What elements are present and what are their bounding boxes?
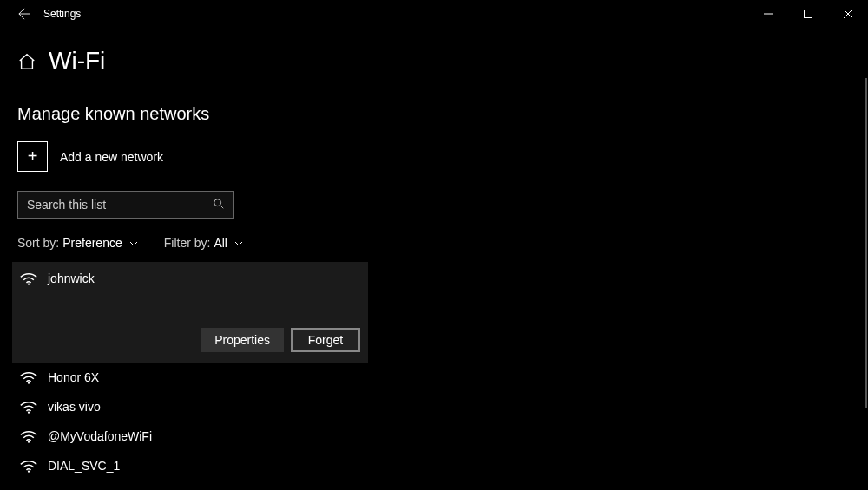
network-item-selected[interactable]: johnwick Properties Forget: [12, 262, 368, 363]
svg-line-5: [220, 205, 224, 208]
minimize-button[interactable]: [748, 0, 788, 28]
wifi-icon: [20, 271, 37, 286]
network-item[interactable]: Honor 6X: [12, 363, 851, 392]
sort-value: Preference: [62, 236, 122, 250]
wifi-icon: [20, 458, 37, 474]
network-item[interactable]: DIAL_SVC_1: [12, 451, 851, 480]
forget-button[interactable]: Forget: [291, 328, 360, 352]
network-name: johnwick: [48, 271, 95, 285]
sort-by-dropdown[interactable]: Sort by: Preference: [17, 236, 138, 250]
wifi-icon: [20, 369, 37, 385]
network-name: vikas vivo: [48, 400, 101, 414]
scrollbar[interactable]: [865, 78, 867, 408]
maximize-button[interactable]: [788, 0, 828, 28]
sort-label: Sort by:: [17, 236, 59, 250]
search-input[interactable]: [27, 198, 225, 212]
wifi-icon: [20, 428, 37, 444]
network-item[interactable]: @MyVodafoneWiFi: [12, 421, 851, 451]
network-name: DIAL_SVC_1: [48, 459, 120, 473]
search-icon: [213, 198, 225, 212]
minimize-icon: [764, 10, 773, 18]
network-list: johnwick Properties Forget Honor 6X: [12, 262, 851, 480]
filter-label: Filter by:: [164, 236, 211, 250]
svg-point-10: [28, 471, 30, 473]
svg-point-7: [28, 382, 30, 384]
search-box[interactable]: [17, 191, 234, 219]
svg-point-6: [28, 284, 30, 285]
chevron-down-icon: [234, 238, 243, 248]
back-button[interactable]: [7, 0, 42, 28]
add-network-button[interactable]: + Add a new network: [17, 141, 851, 172]
back-arrow-icon: [18, 8, 30, 20]
close-icon: [844, 10, 852, 18]
filter-by-dropdown[interactable]: Filter by: All: [164, 236, 243, 250]
maximize-icon: [804, 10, 812, 18]
network-item[interactable]: vikas vivo: [12, 392, 851, 421]
filter-value: All: [214, 236, 227, 250]
page-title: Wi-Fi: [49, 47, 105, 75]
svg-point-8: [28, 412, 30, 414]
home-icon[interactable]: [17, 52, 36, 71]
svg-rect-1: [805, 10, 812, 18]
close-button[interactable]: [828, 0, 868, 28]
network-name: Honor 6X: [48, 370, 99, 384]
chevron-down-icon: [129, 238, 138, 248]
app-title: Settings: [43, 8, 81, 20]
svg-point-9: [28, 441, 30, 443]
svg-point-4: [214, 199, 221, 206]
network-name: @MyVodafoneWiFi: [48, 429, 152, 443]
wifi-icon: [20, 399, 37, 415]
add-network-label: Add a new network: [60, 150, 163, 164]
plus-icon: +: [17, 141, 48, 172]
section-title: Manage known networks: [17, 104, 851, 124]
properties-button[interactable]: Properties: [201, 328, 284, 352]
